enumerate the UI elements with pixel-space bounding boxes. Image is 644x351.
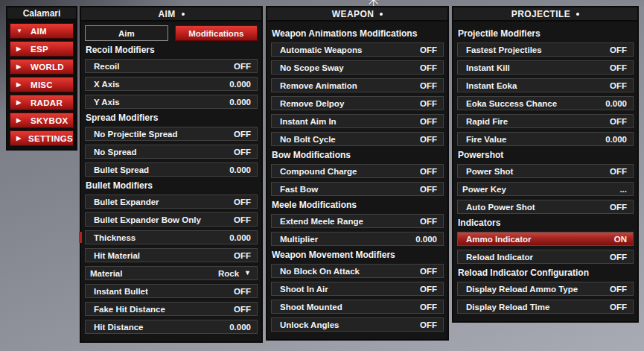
dot-icon bbox=[380, 13, 383, 16]
row-bullet-expander-bow-only[interactable]: Bullet Expander Bow OnlyOFF bbox=[85, 212, 258, 227]
row-label: Material bbox=[90, 269, 122, 278]
row-label: Power Shot bbox=[466, 167, 513, 176]
tab-aim[interactable]: Aim bbox=[85, 25, 168, 41]
row-rapid-fire[interactable]: Rapid FireOFF bbox=[457, 114, 634, 128]
dot-icon bbox=[576, 13, 579, 16]
row-label: Bullet Expander bbox=[94, 197, 159, 206]
triangle-right-icon: ▶ bbox=[16, 82, 25, 88]
row-value: 0.000 bbox=[415, 235, 437, 244]
row-label: Unlock Angles bbox=[280, 320, 339, 329]
row-bullet-spread[interactable]: Bullet Spread0.000 bbox=[85, 162, 258, 177]
row-shoot-mounted[interactable]: Shoot MountedOFF bbox=[271, 300, 444, 314]
row-value: 0.000 bbox=[229, 323, 251, 332]
row-no-block-on-attack[interactable]: No Block On AttackOFF bbox=[271, 264, 444, 278]
row-recoil[interactable]: RecoilOFF bbox=[85, 59, 258, 73]
row-eoka-success-chance[interactable]: Eoka Success Chance0.000 bbox=[457, 96, 634, 110]
row-value: OFF bbox=[234, 62, 251, 71]
row-no-projectile-spread[interactable]: No Projectile SpreadOFF bbox=[85, 127, 258, 141]
row-label: Auto Power Shot bbox=[466, 203, 535, 212]
row-thickness[interactable]: Thickness0.000 bbox=[85, 230, 258, 244]
sidebar-item-label: ESP bbox=[31, 45, 48, 54]
row-value: 0.000 bbox=[605, 99, 627, 108]
row-label: Display Reload Time bbox=[466, 303, 549, 312]
row-no-bolt-cycle[interactable]: No Bolt CycleOFF bbox=[271, 132, 444, 146]
row-value: ... bbox=[619, 185, 627, 194]
row-label: Rapid Fire bbox=[466, 117, 508, 126]
row-value: OFF bbox=[610, 63, 627, 72]
row-extend-meele-range[interactable]: Extend Meele RangeOFF bbox=[271, 214, 444, 228]
panel-title: AIM bbox=[158, 9, 175, 19]
section-label: Indicators bbox=[458, 218, 633, 228]
row-no-scope-sway[interactable]: No Scope SwayOFF bbox=[271, 60, 444, 75]
row-display-reload-ammo-type[interactable]: Display Reload Ammo TypeOFF bbox=[457, 282, 634, 296]
row-value: OFF bbox=[610, 167, 627, 176]
row-value: 0.000 bbox=[229, 80, 251, 89]
row-no-spread[interactable]: No SpreadOFF bbox=[85, 145, 258, 159]
sidebar-item-label: WORLD bbox=[31, 63, 64, 72]
row-power-key[interactable]: Power Key... bbox=[457, 182, 634, 196]
sidebar-item-label: RADAR bbox=[31, 98, 63, 107]
row-instant-bullet[interactable]: Instant BulletOFF bbox=[85, 284, 258, 298]
row-fastest-projectiles[interactable]: Fastest ProjectilesOFF bbox=[457, 42, 634, 57]
row-hit-material[interactable]: Hit MaterialOFF bbox=[85, 248, 258, 262]
row-display-reload-time[interactable]: Display Reload TimeOFF bbox=[457, 300, 634, 314]
row-multiplier[interactable]: Multiplier0.000 bbox=[271, 232, 444, 246]
row-instant-kill[interactable]: Instant KillOFF bbox=[457, 60, 634, 75]
row-label: Recoil bbox=[94, 62, 120, 71]
row-value: 0.000 bbox=[229, 98, 251, 107]
row-value: 0.000 bbox=[605, 135, 627, 144]
row-compound-charge[interactable]: Compound ChargeOFF bbox=[271, 164, 444, 178]
row-hit-distance[interactable]: Hit Distance0.000 bbox=[85, 320, 258, 334]
row-fake-hit-distance[interactable]: Fake Hit DistanceOFF bbox=[85, 302, 258, 316]
row-x-axis[interactable]: X Axis0.000 bbox=[85, 77, 258, 91]
row-instant-aim-in[interactable]: Instant Aim InOFF bbox=[271, 114, 444, 128]
row-fast-bow[interactable]: Fast BowOFF bbox=[271, 182, 444, 196]
row-automatic-weapons[interactable]: Automatic WeaponsOFF bbox=[271, 42, 444, 57]
row-label: Bullet Spread bbox=[94, 165, 149, 174]
row-value: OFF bbox=[234, 305, 251, 314]
row-label: No Block On Attack bbox=[280, 267, 360, 276]
row-unlock-angles[interactable]: Unlock AnglesOFF bbox=[271, 317, 444, 332]
row-value: OFF bbox=[420, 63, 437, 72]
row-remove-delpoy[interactable]: Remove DelpoyOFF bbox=[271, 96, 444, 110]
section-label: Meele Modifications bbox=[272, 200, 443, 210]
row-ammo-indicator[interactable]: Ammo IndicatorON bbox=[457, 232, 634, 246]
sidebar-item-settings[interactable]: ▶SETTINGS bbox=[10, 130, 74, 146]
tab-bar: AimModifications bbox=[85, 25, 258, 41]
sidebar-item-radar[interactable]: ▶RADAR bbox=[10, 95, 74, 110]
row-value: OFF bbox=[610, 253, 627, 262]
row-value: OFF bbox=[610, 203, 627, 212]
row-bullet-expander[interactable]: Bullet ExpanderOFF bbox=[85, 195, 258, 209]
triangle-right-icon: ▶ bbox=[16, 46, 25, 52]
row-label: Instant Kill bbox=[466, 63, 510, 72]
row-label: Remove Animation bbox=[280, 81, 357, 90]
sidebar-item-aim[interactable]: ▼AIM bbox=[10, 23, 74, 39]
sidebar-item-misc[interactable]: ▶MISC bbox=[10, 77, 74, 92]
row-label: Fast Bow bbox=[280, 185, 318, 194]
row-label: Bullet Expander Bow Only bbox=[94, 215, 201, 224]
sidebar-item-skybox[interactable]: ▶SKYBOX bbox=[10, 113, 74, 128]
row-reload-indicator[interactable]: Reload IndicatorOFF bbox=[457, 250, 634, 264]
row-shoot-in-air[interactable]: Shoot In AirOFF bbox=[271, 282, 444, 296]
panel-body: AimModificationsRecoil ModifiersRecoilOF… bbox=[81, 22, 261, 341]
tab-modifications[interactable]: Modifications bbox=[175, 25, 258, 41]
panel-header: WEAPON bbox=[267, 7, 447, 22]
row-y-axis[interactable]: Y Axis0.000 bbox=[85, 95, 258, 109]
sidebar-item-esp[interactable]: ▶ESP bbox=[10, 41, 74, 57]
panel-header: AIM bbox=[81, 7, 261, 22]
sidebar-item-world[interactable]: ▶WORLD bbox=[10, 59, 74, 75]
row-fire-value[interactable]: Fire Value0.000 bbox=[457, 132, 634, 146]
sidebar: Calamari ▼AIM▶ESP▶WORLD▶MISC▶RADAR▶SKYBO… bbox=[6, 6, 77, 151]
row-label: Hit Distance bbox=[94, 323, 143, 332]
row-remove-animation[interactable]: Remove AnimationOFF bbox=[271, 78, 444, 92]
row-value: OFF bbox=[420, 135, 437, 144]
row-value: OFF bbox=[420, 167, 437, 176]
row-auto-power-shot[interactable]: Auto Power ShotOFF bbox=[457, 200, 634, 214]
row-material[interactable]: MaterialRock▼ bbox=[85, 266, 258, 280]
row-instant-eoka[interactable]: Instant EokaOFF bbox=[457, 78, 634, 92]
row-power-shot[interactable]: Power ShotOFF bbox=[457, 164, 634, 178]
row-label: Ammo Indicator bbox=[466, 235, 532, 244]
row-value: OFF bbox=[234, 287, 251, 296]
triangle-right-icon: ▶ bbox=[16, 64, 25, 70]
row-label: Fake Hit Distance bbox=[94, 305, 165, 314]
